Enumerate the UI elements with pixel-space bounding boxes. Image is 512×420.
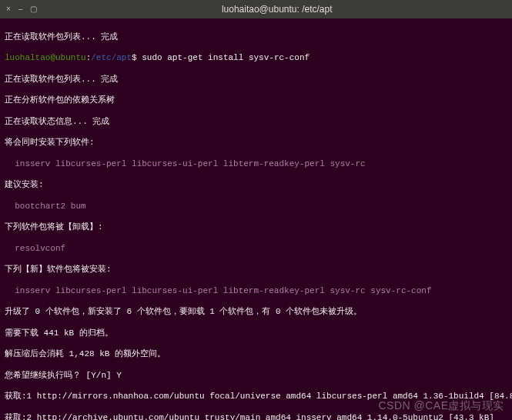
output-line: 将会同时安装下列软件: (5, 138, 507, 148)
prompt-path: /etc/apt (91, 53, 132, 62)
prompt-dollar: $ (132, 53, 137, 62)
prompt-line: luohaltao@ubuntu:/etc/apt$ sudo apt-get … (5, 53, 507, 64)
output-line: 下列软件包将被【卸载】: (5, 222, 507, 233)
close-icon[interactable]: × (6, 5, 11, 15)
output-line: 建议安装: (5, 180, 507, 191)
command-text: sudo apt-get install sysv-rc-conf (142, 53, 310, 62)
output-line: 正在读取状态信息... 完成 (5, 117, 507, 128)
window-titlebar: × – ▢ luohaitao@ubuntu: /etc/apt (0, 0, 512, 18)
prompt-user: luohaltao@ubuntu (5, 53, 86, 62)
output-line: 正在读取软件包列表... 完成 (5, 75, 507, 85)
output-line: 需要下载 441 kB 的归档。 (5, 328, 507, 339)
output-line: 升级了 0 个软件包，新安装了 6 个软件包，要卸载 1 个软件包，有 0 个软… (5, 307, 507, 318)
output-line: bootchart2 bum (5, 202, 507, 212)
watermark-text: CSDN @CAE虚拟与现实 (378, 399, 504, 413)
output-line: 正在分析软件包的依赖关系树 (5, 95, 507, 106)
output-line: 获取:2 http://archive.ubuntu.com/ubuntu tr… (5, 413, 507, 420)
terminal-output[interactable]: 正在读取软件包列表... 完成 luohaltao@ubuntu:/etc/ap… (0, 18, 512, 420)
output-line: 下列【新】软件包将被安装: (5, 265, 507, 275)
output-line: 您希望继续执行吗？ [Y/n] Y (5, 371, 507, 382)
maximize-icon[interactable]: ▢ (30, 5, 37, 15)
window-controls: × – ▢ (6, 5, 37, 15)
output-line: resolvconf (5, 244, 507, 255)
output-line: insserv libcurses-perl libcurses-ui-perl… (5, 286, 507, 297)
output-line: insserv libcurses-perl libcurses-ui-perl… (5, 159, 507, 170)
window-title: luohaitao@ubuntu: /etc/apt (48, 4, 506, 15)
output-line: 正在读取软件包列表... 完成 (5, 32, 507, 43)
output-line: 解压缩后会消耗 1,428 kB 的额外空间。 (5, 349, 507, 360)
minimize-icon[interactable]: – (18, 5, 23, 15)
